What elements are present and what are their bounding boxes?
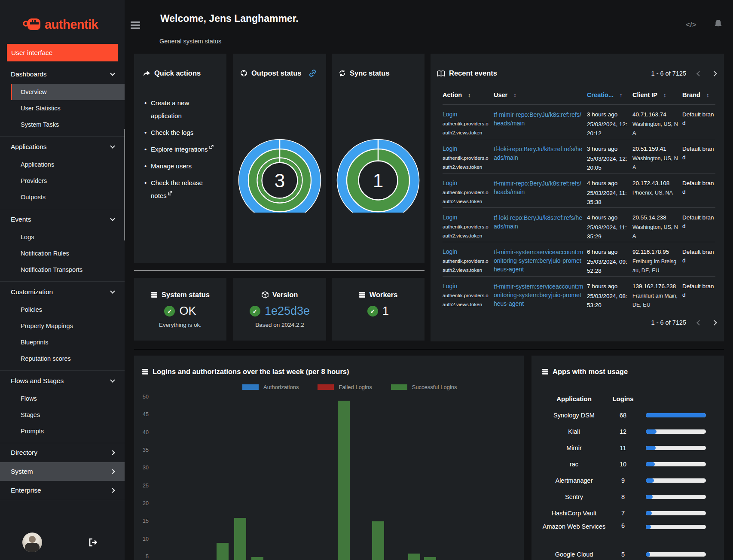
sidebar-item-user-statistics[interactable]: User Statistics bbox=[0, 100, 125, 116]
event-action-link[interactable]: Login bbox=[443, 214, 457, 221]
sidebar-item-logs[interactable]: Logs bbox=[0, 229, 125, 245]
sidebar-item-stages[interactable]: Stages bbox=[0, 407, 125, 423]
event-row: Loginauthentik.providers.oauth2.views.to… bbox=[443, 277, 715, 311]
usage-progress-bar bbox=[646, 413, 706, 417]
col-action[interactable]: Action↕ bbox=[443, 87, 494, 105]
app-usage-row: HashiCorp Vault7 bbox=[531, 505, 724, 521]
version-link[interactable]: 1e25d3e bbox=[265, 304, 310, 318]
sidebar-item-overview[interactable]: Overview bbox=[11, 84, 125, 100]
quick-action-check-logs[interactable]: Check the logs bbox=[144, 126, 220, 139]
quick-action-release-notes[interactable]: Check the release notes bbox=[144, 177, 220, 202]
content-scrollbar[interactable] bbox=[124, 129, 125, 240]
event-row: Loginauthentik.providers.oauth2.views.to… bbox=[443, 242, 715, 277]
nav-group-customization[interactable]: Customization bbox=[0, 283, 125, 301]
bar-successful-logins bbox=[408, 554, 420, 560]
workers-card: Workers ✓1 bbox=[332, 278, 425, 341]
pagination-next-icon[interactable] bbox=[712, 320, 717, 326]
nav-group-system[interactable]: System bbox=[0, 462, 125, 481]
col-brand[interactable]: Brand↕ bbox=[682, 87, 715, 105]
sidebar-item-providers[interactable]: Providers bbox=[0, 173, 125, 189]
user-interface-button[interactable]: User interface bbox=[7, 44, 118, 61]
event-location: Washington, US, NA bbox=[632, 223, 678, 241]
logins-chart-panel: Logins and authorizations over the last … bbox=[134, 356, 524, 560]
app-usage-row: Google Cloud5 bbox=[531, 546, 724, 560]
nav-group-applications[interactable]: Applications bbox=[0, 137, 125, 156]
sync-status-card: Sync status 1 bbox=[332, 54, 425, 263]
bar-successful-logins bbox=[372, 521, 384, 560]
nav-group-flows-and-stages[interactable]: Flows and Stages bbox=[0, 371, 125, 390]
chevron-right-icon bbox=[110, 450, 115, 455]
event-user-link[interactable]: tf-loki-repo:BeryJu/k8s:ref:refs/heads/m… bbox=[494, 145, 584, 162]
event-time: 25/03/2024, 09:52:28 bbox=[587, 257, 629, 275]
app-usage-row: Kiali12 bbox=[531, 423, 724, 440]
nav-group-directory[interactable]: Directory bbox=[0, 443, 125, 462]
app-usage-row: Alertmanager9 bbox=[531, 472, 724, 489]
event-user-link[interactable]: tf-mimir-system:serviceaccount:monitorin… bbox=[494, 282, 584, 308]
outpost-status-card: Outpost status 3 bbox=[233, 54, 326, 263]
workers-value: 1 bbox=[382, 304, 389, 318]
sidebar-item-flows[interactable]: Flows bbox=[0, 390, 125, 407]
apps-usage-title: Apps with most usage bbox=[553, 368, 628, 376]
sidebar-item-policies[interactable]: Policies bbox=[0, 301, 125, 318]
event-user-link[interactable]: tf-mimir-repo:BeryJu/k8s:ref:refs/heads/… bbox=[494, 110, 584, 128]
event-action-link[interactable]: Login bbox=[443, 145, 457, 152]
event-brand: Default brand bbox=[682, 248, 714, 265]
sidebar-item-prompts[interactable]: Prompts bbox=[0, 423, 125, 439]
outpost-count: 3 bbox=[275, 170, 285, 191]
notifications-bell-icon[interactable] bbox=[713, 19, 723, 29]
col-client-ip[interactable]: Client IP↕ bbox=[632, 87, 682, 105]
event-action-link[interactable]: Login bbox=[443, 283, 457, 289]
event-context: authentik.providers.oauth2.views.token bbox=[443, 154, 491, 172]
link-icon[interactable] bbox=[308, 69, 317, 77]
outpost-status-donut: 3 bbox=[237, 127, 323, 213]
quick-action-create-application[interactable]: Create a new application bbox=[144, 97, 220, 122]
sidebar-item-notification-rules[interactable]: Notification Rules bbox=[0, 245, 125, 262]
sidebar-item-system-tasks[interactable]: System Tasks bbox=[0, 116, 125, 133]
nav-group-enterprise[interactable]: Enterprise bbox=[0, 481, 125, 500]
y-axis-tick: 45 bbox=[137, 411, 149, 417]
sort-icon: ↕ bbox=[663, 92, 666, 98]
events-pagination-bottom: 1 - 6 of 7125 bbox=[651, 319, 716, 326]
sidebar: authentik User interface Dashboards Over… bbox=[0, 0, 125, 560]
pagination-prev-icon[interactable] bbox=[696, 71, 702, 76]
sort-icon: ↕ bbox=[468, 92, 471, 98]
quick-action-manage-users[interactable]: Manage users bbox=[144, 160, 220, 173]
divider bbox=[134, 349, 724, 349]
sidebar-item-property-mappings[interactable]: Property Mappings bbox=[0, 318, 125, 334]
logout-icon[interactable] bbox=[88, 538, 98, 547]
pagination-prev-icon[interactable] bbox=[696, 320, 702, 326]
event-action-link[interactable]: Login bbox=[443, 111, 457, 118]
sidebar-item-applications[interactable]: Applications bbox=[0, 156, 125, 173]
event-row: Loginauthentik.providers.oauth2.views.to… bbox=[443, 139, 715, 173]
outpost-icon bbox=[240, 70, 247, 77]
pagination-next-icon[interactable] bbox=[712, 71, 717, 76]
nav-group-dashboards[interactable]: Dashboards bbox=[0, 65, 125, 84]
nav-group-events[interactable]: Events bbox=[0, 210, 125, 229]
sidebar-nav: Dashboards Overview User Statistics Syst… bbox=[0, 64, 125, 500]
usage-progress-bar bbox=[646, 525, 706, 529]
event-brand: Default brand bbox=[682, 213, 714, 231]
api-code-icon[interactable]: </> bbox=[686, 21, 696, 29]
sidebar-item-reputation-scores[interactable]: Reputation scores bbox=[0, 350, 125, 367]
event-action-link[interactable]: Login bbox=[443, 248, 457, 255]
event-action-link[interactable]: Login bbox=[443, 180, 457, 186]
avatar[interactable] bbox=[22, 533, 42, 552]
event-context: authentik.providers.oauth2.views.token bbox=[443, 119, 491, 137]
sidebar-item-notification-transports[interactable]: Notification Transports bbox=[0, 262, 125, 278]
event-user-link[interactable]: tf-mimir-repo:BeryJu/k8s:ref:refs/heads/… bbox=[494, 179, 584, 196]
event-time-ago: 6 hours ago bbox=[587, 248, 629, 256]
event-user-link[interactable]: tf-mimir-system:serviceaccount:monitorin… bbox=[494, 248, 584, 274]
sidebar-item-blueprints[interactable]: Blueprints bbox=[0, 334, 125, 350]
event-user-link[interactable]: tf-loki-repo:BeryJu/k8s:ref:refs/heads/m… bbox=[494, 213, 584, 231]
event-ip: 20.55.14.238 bbox=[632, 213, 679, 222]
sidebar-item-outposts[interactable]: Outposts bbox=[0, 189, 125, 205]
event-row: Loginauthentik.providers.oauth2.views.to… bbox=[443, 173, 715, 208]
hamburger-menu-icon[interactable] bbox=[131, 21, 140, 29]
col-user[interactable]: User↕ bbox=[494, 87, 587, 105]
divider bbox=[134, 270, 425, 271]
usage-progress-bar bbox=[646, 478, 706, 483]
col-creation[interactable]: Creatio...↑ bbox=[587, 87, 632, 105]
quick-action-explore-integrations[interactable]: Explore integrations bbox=[144, 143, 220, 156]
event-context: authentik.providers.oauth2.views.token bbox=[443, 257, 491, 275]
event-brand: Default brand bbox=[682, 282, 714, 299]
